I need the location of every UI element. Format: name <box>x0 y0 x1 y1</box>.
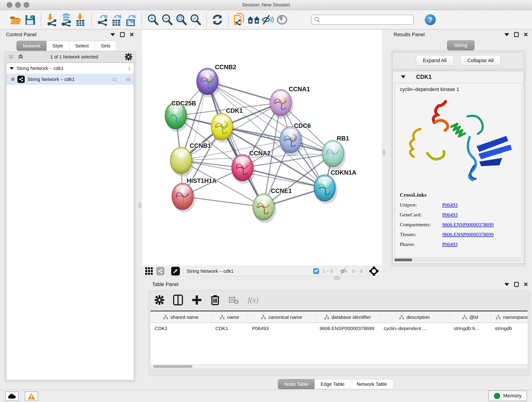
memory-button[interactable]: Memory <box>488 390 527 401</box>
collapse-all-icon[interactable] <box>8 54 14 60</box>
node-CCNB1[interactable] <box>170 147 194 177</box>
tab-style[interactable]: Style <box>46 41 70 51</box>
import-network-file-button[interactable] <box>45 13 59 27</box>
crosslink-tissues[interactable]: 9606.ENSP00000378699 <box>442 231 494 237</box>
zoom-in-button[interactable] <box>146 13 160 27</box>
string-view-icon[interactable] <box>156 267 165 275</box>
expand-all-button[interactable]: Expand All <box>416 55 454 66</box>
import-network-database-button[interactable] <box>59 13 73 27</box>
horizontal-splitter-handle[interactable] <box>334 276 340 280</box>
export-network-button[interactable] <box>95 13 109 27</box>
expand-all-icon[interactable] <box>18 54 24 60</box>
export-image-button[interactable] <box>124 13 138 27</box>
column-header-database-identifier[interactable]: database identifier <box>316 312 380 323</box>
network-row-selected[interactable]: String Network – cdk1 11 48 <box>6 74 134 85</box>
tab-edge-table[interactable]: Edge Table <box>315 379 351 389</box>
crosslink-pharos[interactable]: P06493 <box>442 241 457 247</box>
column-header-name[interactable]: name <box>211 312 248 323</box>
left-splitter-handle[interactable] <box>138 202 141 208</box>
hidden-eye-slash-icon[interactable] <box>340 268 349 275</box>
column-header-id[interactable]: @id <box>450 312 491 323</box>
tab-sets[interactable]: Sets <box>95 41 117 51</box>
column-header-namespace[interactable]: namespace <box>491 312 528 323</box>
panel-close-icon[interactable]: × <box>524 32 528 37</box>
home-button[interactable] <box>247 13 261 27</box>
table-cell[interactable]: CDK1 <box>151 323 211 334</box>
node-HIST1H1A[interactable] <box>172 183 196 212</box>
open-session-button[interactable] <box>9 13 23 27</box>
table-options-gear-icon[interactable] <box>155 295 164 305</box>
import-table-button[interactable] <box>73 13 88 27</box>
node-CCNA2[interactable] <box>232 154 255 184</box>
table-horizontal-scrollbar[interactable] <box>151 364 528 369</box>
tab-network[interactable]: Network <box>17 41 46 51</box>
node-CDC25B[interactable] <box>165 102 189 132</box>
tab-network-table[interactable]: Network Table <box>351 379 393 389</box>
open-in-window-icon[interactable] <box>171 267 180 275</box>
share-document-button[interactable] <box>232 13 247 27</box>
column-header-description[interactable]: description <box>380 312 450 323</box>
table-cell[interactable]: 9606.ENSP00000378699 <box>316 323 380 334</box>
tree-expander-icon[interactable] <box>10 67 14 70</box>
tab-string[interactable]: String <box>447 40 474 51</box>
delete-table-icon[interactable] <box>228 295 239 305</box>
node-CCNB2[interactable] <box>196 68 220 97</box>
network-collection-row[interactable]: String Network – cdk1 1 <box>6 63 134 74</box>
tab-node-table[interactable]: Node Table <box>278 379 315 389</box>
hide-elements-button[interactable] <box>261 13 275 27</box>
panel-float-icon[interactable] <box>514 282 519 287</box>
search-input[interactable] <box>320 17 407 22</box>
right-splitter-handle[interactable] <box>383 149 385 155</box>
crosslink-compartments[interactable]: 9606.ENSP00000378699 <box>442 222 494 228</box>
cloud-status-button[interactable] <box>5 391 19 401</box>
table-row[interactable]: CDK1CDK1P064939606.ENSP00000378699cyclin… <box>151 323 528 334</box>
zoom-selected-button[interactable] <box>188 13 203 27</box>
panel-float-icon[interactable] <box>514 32 519 37</box>
results-scrollbar[interactable] <box>394 259 522 262</box>
table-cell[interactable]: cyclin–dependent ... <box>380 323 450 334</box>
selected-checkbox-icon[interactable] <box>313 268 319 274</box>
add-column-icon[interactable] <box>192 295 202 305</box>
grid-view-icon[interactable] <box>145 267 153 275</box>
table-cell[interactable]: stringdb <box>491 323 528 334</box>
collapse-all-button[interactable]: Collapse All <box>460 55 501 66</box>
show-columns-icon[interactable] <box>173 294 183 306</box>
section-expander-icon[interactable] <box>401 75 405 78</box>
network-graph[interactable]: CCNB2CCNA1CDC25BCDK1CDC6RB1CCNB1CCNA2CDK… <box>142 30 382 266</box>
panel-menu-icon[interactable] <box>505 283 509 286</box>
birds-eye-view-icon[interactable] <box>369 267 379 276</box>
delete-column-icon[interactable] <box>210 294 220 306</box>
node-CDKN1A[interactable] <box>314 175 337 204</box>
node-CCNE1[interactable] <box>253 194 276 223</box>
function-builder-button[interactable]: f(x) <box>248 296 259 304</box>
save-session-button[interactable] <box>23 13 37 27</box>
node-RB1[interactable] <box>322 140 346 170</box>
gear-icon[interactable] <box>125 53 132 61</box>
apply-layout-button[interactable] <box>210 13 225 27</box>
warnings-button[interactable] <box>25 391 38 401</box>
edge-CCNB2-CCNE1[interactable] <box>207 81 264 207</box>
panel-menu-icon[interactable] <box>110 33 115 36</box>
panel-close-icon[interactable]: × <box>524 282 528 287</box>
node-CDK1[interactable] <box>211 114 234 143</box>
export-table-button[interactable] <box>109 13 124 27</box>
table-cell[interactable]: P06493 <box>248 323 316 334</box>
help-button[interactable]: ? <box>425 14 436 25</box>
zoom-fit-button[interactable] <box>174 13 188 27</box>
crosslink-genecard[interactable]: P06493 <box>442 212 457 218</box>
tab-select[interactable]: Select <box>70 41 95 51</box>
show-graphics-button[interactable] <box>275 13 289 27</box>
gene-section-header[interactable]: CDK1 <box>393 71 524 83</box>
table-cell[interactable]: stringdb:9... <box>450 323 491 334</box>
crosslink-uniprot[interactable]: P06493 <box>442 202 457 208</box>
table-cell[interactable]: CDK1 <box>211 323 248 334</box>
panel-menu-icon[interactable] <box>505 33 509 36</box>
toolbar-separator <box>41 13 41 26</box>
column-header-canonical-name[interactable]: canonical name <box>248 312 316 323</box>
column-header-shared-name[interactable]: shared name <box>151 312 211 323</box>
zoom-out-button[interactable] <box>160 13 174 27</box>
panel-float-icon[interactable] <box>120 32 125 37</box>
network-canvas[interactable]: CCNB2CCNA1CDC25BCDK1CDC6RB1CCNB1CCNA2CDK… <box>142 30 382 266</box>
node-CDC6[interactable] <box>280 127 303 156</box>
panel-close-icon[interactable]: × <box>130 32 134 37</box>
